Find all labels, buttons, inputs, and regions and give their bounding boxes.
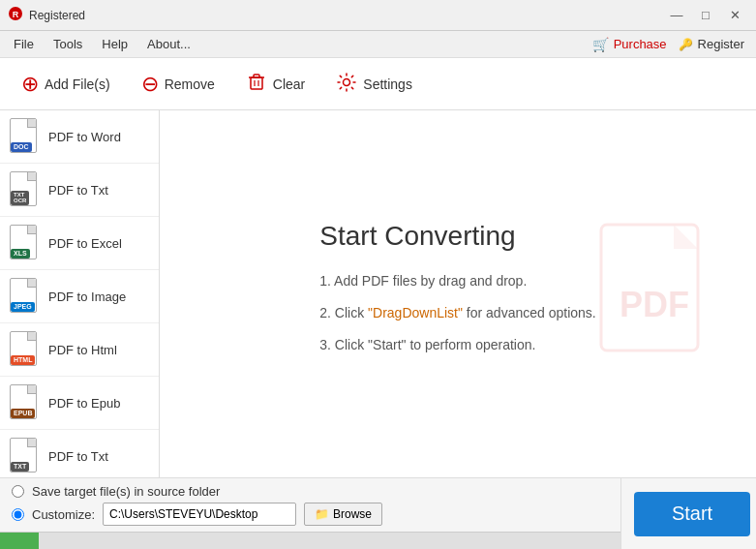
register-label: Register [698, 37, 744, 51]
path-input[interactable] [103, 503, 296, 526]
txt-badge: TXT [11, 462, 29, 472]
menu-tools[interactable]: Tools [44, 33, 92, 55]
trash-icon [246, 71, 267, 97]
txt-ocr-file-icon: TXTOCR [10, 171, 41, 208]
purchase-button[interactable]: 🛒 Purchase [592, 37, 667, 52]
sidebar-label-pdf-to-html: PDF to Html [48, 343, 117, 357]
cart-icon: 🛒 [592, 37, 609, 52]
menu-right: 🛒 Purchase 🔑 Register [592, 37, 752, 52]
sidebar-label-pdf-to-txt: PDF to Txt [48, 449, 108, 464]
progress-fill [0, 533, 39, 549]
remove-button[interactable]: ⊖ Remove [130, 66, 227, 103]
content-step-3: 3. Click "Start" to perform operation. [319, 335, 595, 355]
clear-label: Clear [273, 76, 305, 92]
menu-file[interactable]: File [4, 33, 44, 55]
settings-icon [336, 72, 357, 96]
svg-rect-4 [254, 75, 259, 77]
customize-radio[interactable] [12, 508, 24, 521]
jpeg-badge: JPEG [11, 302, 35, 312]
sidebar-label-pdf-to-excel: PDF to Excel [48, 236, 122, 251]
remove-label: Remove [165, 76, 215, 92]
bottom-bar: Save target file(s) in source folder Cus… [0, 477, 620, 532]
add-files-button[interactable]: ⊕ Add File(s) [10, 66, 122, 103]
jpeg-file-icon: JPEG [10, 278, 41, 315]
customize-row: Customize: 📁 Browse [12, 503, 609, 526]
content-inner: Start Converting 1. Add PDF files by dra… [319, 221, 595, 367]
titlebar-title: Registered [29, 9, 663, 22]
sidebar-label-pdf-to-txt-ocr: PDF to Txt [48, 183, 108, 198]
key-icon: 🔑 [679, 38, 693, 51]
txt-ocr-badge: TXTOCR [11, 191, 29, 205]
bottom-right: Start [620, 477, 756, 549]
progress-bar-area [0, 532, 620, 549]
sidebar: DOC PDF to Word TXTOCR PDF to Txt XLS PD… [0, 110, 160, 477]
svg-rect-2 [251, 77, 262, 89]
epub-badge: EPUB [11, 409, 35, 418]
save-target-radio[interactable] [12, 485, 24, 498]
svg-text:PDF: PDF [620, 285, 689, 324]
sidebar-item-pdf-to-image[interactable]: JPEG PDF to Image [0, 270, 159, 323]
doc-file-icon: DOC [10, 118, 41, 155]
add-icon: ⊕ [21, 72, 39, 97]
save-target-row: Save target file(s) in source folder [12, 484, 609, 499]
content-step-2: 2. Click "DragDownList" for advanced opt… [319, 303, 595, 323]
content-area: PDF Start Converting 1. Add PDF files by… [160, 110, 756, 477]
sidebar-label-pdf-to-epub: PDF to Epub [48, 396, 120, 411]
content-step-1: 1. Add PDF files by drag and drop. [319, 271, 595, 291]
add-files-label: Add File(s) [45, 76, 110, 92]
html-badge: HTML [11, 355, 35, 365]
start-button[interactable]: Start [634, 492, 750, 536]
bottom-left: Save target file(s) in source folder Cus… [0, 477, 620, 549]
app-icon: R [8, 6, 23, 24]
html-file-icon: HTML [10, 331, 41, 368]
sidebar-item-pdf-to-excel[interactable]: XLS PDF to Excel [0, 217, 159, 270]
settings-label: Settings [363, 76, 412, 92]
menu-help[interactable]: Help [92, 33, 137, 55]
customize-label[interactable]: Customize: [32, 507, 95, 522]
sidebar-item-pdf-to-epub[interactable]: EPUB PDF to Epub [0, 377, 159, 430]
doc-badge: DOC [11, 142, 32, 152]
pdf-watermark-svg: PDF [591, 220, 717, 365]
content-title: Start Converting [319, 221, 595, 252]
menubar: File Tools Help About... 🛒 Purchase 🔑 Re… [0, 31, 756, 58]
sidebar-label-pdf-to-word: PDF to Word [48, 130, 121, 144]
svg-point-7 [344, 79, 350, 86]
purchase-label: Purchase [614, 37, 667, 51]
titlebar-controls: — □ ✕ [663, 5, 748, 26]
folder-icon: 📁 [315, 507, 329, 521]
main-area: DOC PDF to Word TXTOCR PDF to Txt XLS PD… [0, 110, 756, 477]
sidebar-item-pdf-to-txt-ocr[interactable]: TXTOCR PDF to Txt [0, 164, 159, 217]
close-button[interactable]: ✕ [721, 5, 748, 26]
epub-file-icon: EPUB [10, 384, 41, 421]
toolbar: ⊕ Add File(s) ⊖ Remove Clear Settings [0, 58, 756, 110]
save-target-label[interactable]: Save target file(s) in source folder [32, 484, 220, 499]
sidebar-item-pdf-to-txt[interactable]: TXT PDF to Txt [0, 430, 159, 477]
browse-button[interactable]: 📁 Browse [304, 503, 382, 526]
register-button[interactable]: 🔑 Register [679, 37, 744, 51]
remove-icon: ⊖ [141, 72, 159, 97]
sidebar-item-pdf-to-word[interactable]: DOC PDF to Word [0, 110, 159, 164]
dragdownlist-link: "DragDownList" [368, 305, 463, 320]
clear-button[interactable]: Clear [234, 65, 317, 103]
bottom-section: Save target file(s) in source folder Cus… [0, 477, 756, 549]
minimize-button[interactable]: — [663, 5, 690, 26]
svg-text:R: R [13, 10, 19, 19]
txt-file-icon: TXT [10, 438, 41, 474]
restore-button[interactable]: □ [692, 5, 719, 26]
settings-button[interactable]: Settings [324, 66, 424, 102]
sidebar-label-pdf-to-image: PDF to Image [48, 290, 126, 304]
xls-file-icon: XLS [10, 225, 41, 261]
browse-label: Browse [333, 507, 372, 521]
menu-about[interactable]: About... [137, 33, 200, 55]
xls-badge: XLS [11, 249, 30, 259]
sidebar-item-pdf-to-html[interactable]: HTML PDF to Html [0, 323, 159, 377]
pdf-watermark: PDF [591, 220, 717, 369]
titlebar: R Registered — □ ✕ [0, 0, 756, 31]
